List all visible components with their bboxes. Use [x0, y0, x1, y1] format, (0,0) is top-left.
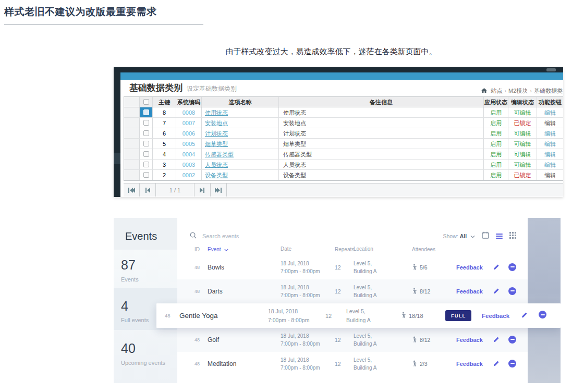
row-checkbox[interactable] — [143, 120, 149, 126]
row-gutter — [124, 107, 140, 117]
row-checkbox[interactable] — [143, 172, 149, 178]
cell-system-code-link[interactable]: 0002 — [176, 170, 202, 180]
breadcrumb-item[interactable]: 基础数据类别 — [534, 88, 563, 94]
edit-pencil-button[interactable] — [493, 360, 508, 368]
event-row[interactable]: 48Darts18 Jul, 20187:00pm - 8:00pm12Leve… — [177, 279, 528, 303]
row-checkbox[interactable] — [143, 162, 149, 167]
select-all-checkbox[interactable] — [143, 99, 149, 105]
col-header-name[interactable]: 选项名称 — [202, 97, 279, 107]
admin-sidebar-active-item[interactable] — [114, 153, 120, 164]
cell-remark: 烟草类型 — [279, 139, 484, 149]
edit-pencil-button[interactable] — [493, 288, 508, 296]
row-checkbox-cell — [140, 118, 153, 128]
cell-edit-action-link[interactable]: 编辑 — [537, 139, 563, 149]
cell-edit-action-link[interactable]: 编辑 — [537, 107, 563, 117]
event-name: Bowls — [208, 264, 281, 271]
cell-edit-action-link[interactable]: 编辑 — [537, 160, 563, 169]
cell-system-code-link[interactable]: 0007 — [176, 118, 202, 128]
edit-pencil-button[interactable] — [493, 264, 508, 272]
admin-page-title-text: 基础数据类别 — [129, 83, 182, 93]
cell-system-code-link[interactable]: 0005 — [176, 139, 202, 149]
calendar-icon[interactable] — [482, 231, 489, 241]
table-row: 40004传感器类型传感器类型启用可编辑编辑 — [124, 149, 563, 160]
sidebar-stat-upcoming-events[interactable]: 40 Upcoming events — [121, 341, 165, 366]
remove-event-button[interactable] — [508, 287, 528, 296]
edit-pencil-button[interactable] — [521, 311, 539, 321]
feedback-link[interactable]: Feedback — [456, 288, 493, 295]
col-header-remark[interactable]: 备注信息 — [279, 97, 484, 107]
remove-event-button[interactable] — [508, 336, 528, 345]
cell-option-name-link[interactable]: 烟草类型 — [202, 139, 279, 149]
col-header-app-status[interactable]: 应用状态 — [484, 97, 508, 107]
row-checkbox[interactable] — [143, 141, 149, 146]
event-row[interactable]: 48Golf18 Jul, 20187:00pm - 8:00pm12Level… — [177, 328, 528, 352]
pagination-first-button[interactable] — [124, 183, 140, 197]
remove-event-button[interactable] — [508, 360, 528, 369]
pagination-first-icon — [128, 188, 135, 193]
cell-system-code-link[interactable]: 0004 — [176, 149, 202, 159]
feedback-link[interactable]: Feedback — [456, 264, 493, 271]
breadcrumb-item[interactable]: 站点 — [491, 88, 502, 94]
location-line1: Level 5, — [354, 284, 412, 292]
col-header-date[interactable]: Date — [281, 245, 333, 253]
feedback-link[interactable]: Feedback — [456, 337, 493, 343]
cell-system-code-link[interactable]: 0003 — [176, 160, 202, 169]
cell-primary-key: 6 — [153, 128, 176, 138]
event-row[interactable]: 48Bowls18 Jul, 20187:00pm - 8:00pm12Leve… — [177, 255, 528, 279]
row-checkbox[interactable] — [143, 151, 149, 157]
cell-edit-action-link[interactable]: 编辑 — [537, 118, 563, 128]
col-header-edit-status[interactable]: 编辑状态 — [508, 97, 537, 107]
show-filter-dropdown[interactable]: Show:All — [443, 233, 475, 239]
event-location: Level 5,Building A — [346, 307, 401, 324]
col-header-attendees[interactable]: Attendees — [412, 247, 456, 252]
edit-pencil-button[interactable] — [493, 336, 508, 344]
cell-edit-action-link[interactable]: 编辑 — [537, 170, 563, 180]
row-checkbox[interactable] — [143, 109, 149, 115]
col-header-actions[interactable]: 功能按钮 — [537, 97, 563, 107]
row-checkbox[interactable] — [143, 130, 149, 136]
remove-event-button[interactable] — [539, 311, 561, 321]
event-attendees: 5/6 — [412, 264, 456, 272]
pagination-prev-button[interactable] — [140, 183, 156, 197]
cell-system-code-link[interactable]: 0008 — [176, 107, 202, 117]
pagination-next-button[interactable] — [194, 183, 211, 197]
sidebar-stat-full-events[interactable]: 4 Full events — [121, 299, 149, 323]
table-row: 60006计划状态计划状态启用可编辑编辑 — [124, 128, 563, 139]
cell-option-name-link[interactable]: 传感器类型 — [202, 149, 279, 159]
row-checkbox-cell — [140, 149, 153, 159]
col-header-key[interactable]: 主键 — [153, 97, 176, 107]
cell-system-code-link[interactable]: 0006 — [176, 128, 202, 138]
sidebar-stat-events[interactable]: 87 Events — [121, 258, 139, 283]
admin-page-subtitle: 设定基础数据类别 — [187, 85, 237, 92]
remove-event-button[interactable] — [508, 263, 528, 272]
cell-option-name-link[interactable]: 安装地点 — [202, 118, 279, 128]
col-header-code[interactable]: 系统编码 — [176, 97, 202, 107]
admin-collapsed-sidebar[interactable] — [114, 72, 120, 197]
event-row-full-card[interactable]: 48Gentle Yoga18 Jul, 20187:00pm - 8:00pm… — [156, 303, 561, 328]
event-date: 18 Jul, 20187:00pm - 8:00pm — [281, 332, 333, 348]
cell-option-name-link[interactable]: 设备类型 — [202, 170, 279, 180]
edit-pencil-icon — [493, 289, 500, 296]
cell-option-name-link[interactable]: 使用状态 — [202, 107, 279, 117]
col-header-repeats[interactable]: Repeats — [333, 247, 354, 252]
pagination-last-button[interactable] — [211, 183, 227, 197]
attendees-person-icon — [412, 288, 417, 296]
cell-option-name-link[interactable]: 计划状态 — [202, 128, 279, 138]
col-header-event[interactable]: Event — [208, 247, 281, 252]
cell-edit-action-link[interactable]: 编辑 — [537, 149, 563, 159]
cell-edit-action-link[interactable]: 编辑 — [537, 128, 563, 138]
select-all-checkbox-cell — [140, 97, 153, 107]
feedback-link[interactable]: Feedback — [482, 313, 521, 319]
pagination-prev-icon — [145, 188, 150, 193]
col-header-id[interactable]: ID — [194, 247, 208, 252]
grid-view-icon[interactable] — [509, 231, 516, 241]
row-gutter — [124, 139, 140, 149]
feedback-link[interactable]: Feedback — [456, 361, 493, 367]
row-gutter — [124, 118, 140, 128]
breadcrumb-item[interactable]: M2模块 — [508, 88, 528, 94]
col-header-location[interactable]: Location — [354, 245, 412, 253]
search-input[interactable] — [201, 232, 279, 240]
event-row[interactable]: 48Meditation18 Jul, 20187:00pm - 8:00pm1… — [177, 352, 528, 376]
cell-option-name-link[interactable]: 人员状态 — [202, 160, 279, 169]
list-view-icon[interactable] — [496, 232, 503, 240]
